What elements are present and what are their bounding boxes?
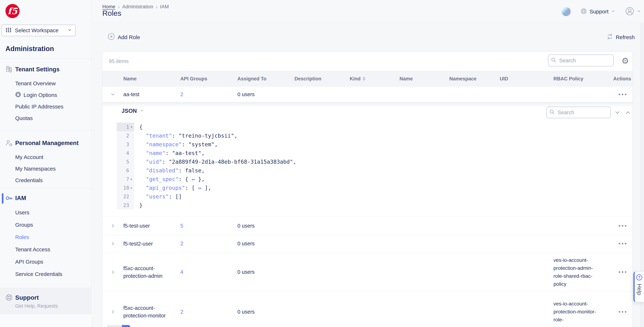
api-groups-count-link[interactable]: 4 xyxy=(180,269,183,275)
sidebar-item-tenant-overview[interactable]: Tenant Overview xyxy=(0,78,91,89)
chevron-down-icon xyxy=(637,9,641,14)
expand-row-icon[interactable] xyxy=(110,309,116,314)
row-actions-button[interactable] xyxy=(618,309,627,314)
sidebar-item-api-groups[interactable]: API Groups xyxy=(0,256,91,268)
gear-icon[interactable]: ⚙ xyxy=(619,54,631,68)
assigned-to: 0 users xyxy=(238,309,255,315)
column-header-uid[interactable]: UID xyxy=(500,76,554,82)
refresh-label: Refresh xyxy=(616,34,635,40)
api-groups-count-link[interactable]: 2 xyxy=(180,309,183,315)
sidebar-item-users[interactable]: Users xyxy=(0,206,91,219)
assigned-to: 0 users xyxy=(238,241,255,246)
refresh-icon xyxy=(606,33,613,41)
column-header-description[interactable]: Description xyxy=(294,76,350,82)
json-line: 22 "users": [] xyxy=(102,192,632,201)
column-header-label: RBAC Policy xyxy=(554,76,583,82)
workspace-selector[interactable]: Select Workspace xyxy=(2,24,76,36)
api-groups-count-link[interactable]: 2 xyxy=(180,241,183,246)
json-mode-dropdown[interactable]: JSON xyxy=(122,108,144,114)
account-menu[interactable] xyxy=(625,7,641,16)
column-header-name-2[interactable]: Name xyxy=(400,76,449,82)
fold-closed-icon[interactable]: ▸ xyxy=(129,186,134,190)
user-gear-icon xyxy=(5,139,13,147)
sidebar-section-iam[interactable]: IAM xyxy=(0,194,91,202)
sidebar-item-label: Login Options xyxy=(24,92,57,98)
fold-open-icon[interactable]: ▾ xyxy=(129,125,134,129)
sidebar-item-support[interactable]: Support Get Help, Requests xyxy=(0,288,91,314)
json-code-text: "get_spec": { ↔ }, xyxy=(139,176,205,182)
line-number: 6 xyxy=(126,168,129,173)
assigned-to: 0 users xyxy=(238,269,255,275)
column-header-name[interactable]: Name xyxy=(123,76,180,82)
next-match-button[interactable] xyxy=(614,109,621,116)
json-line: 2 "tenant": "treino-tyjcbsii", xyxy=(102,131,632,140)
table-search xyxy=(548,54,614,66)
column-header-rbac-policy[interactable]: RBAC Policy xyxy=(554,76,613,82)
column-header-namespace[interactable]: Namespace xyxy=(449,76,500,82)
sidebar-section: IAMUsersGroupsRolesTenant AccessAPI Grou… xyxy=(0,189,91,288)
column-header-api-groups[interactable]: API Groups xyxy=(180,76,238,82)
sort-icon[interactable] xyxy=(363,77,365,81)
role-name: f5-test-user xyxy=(123,222,150,230)
sidebar-item-public-ip-addresses[interactable]: Public IP Addresses xyxy=(0,101,91,112)
json-search-input[interactable] xyxy=(557,109,608,116)
breadcrumb-item-iam: IAM xyxy=(160,4,169,10)
json-line: 18▸ "api_groups": [ ↔ ], xyxy=(102,184,632,192)
api-groups-count-link[interactable]: 2 xyxy=(180,92,183,97)
breadcrumb-separator-icon: › xyxy=(118,4,120,10)
sidebar-heading: Administration xyxy=(6,45,54,53)
row-actions-button[interactable] xyxy=(618,241,627,246)
breadcrumb-separator-icon: › xyxy=(156,4,158,10)
sidebar-section-personal-management[interactable]: Personal Management xyxy=(0,139,91,147)
column-header-label: Name xyxy=(123,76,137,82)
scrollbar-thumb[interactable] xyxy=(122,325,130,327)
sidebar-item-roles[interactable]: Roles xyxy=(0,231,91,243)
column-header-actions[interactable]: Actions xyxy=(613,76,632,82)
sidebar-item-service-credentials[interactable]: Service Credentials xyxy=(0,268,91,280)
fold-closed-icon[interactable]: ▸ xyxy=(129,177,134,181)
search-icon xyxy=(551,57,557,64)
help-tab-button[interactable]: ? Help xyxy=(634,272,644,302)
row-actions-button[interactable] xyxy=(618,223,627,228)
f5-console-app: f5 Select Workspace Administration Tenan… xyxy=(0,0,644,327)
line-number: 5 xyxy=(126,159,129,164)
support-menu[interactable]: Support xyxy=(580,8,616,15)
column-header-kind[interactable]: Kind xyxy=(350,76,400,82)
json-code-text: { xyxy=(139,124,142,130)
sidebar-item-groups[interactable]: Groups xyxy=(0,219,91,231)
chevron-down-icon xyxy=(140,108,144,114)
items-count: 95 items xyxy=(109,52,129,71)
expand-row-icon[interactable] xyxy=(110,223,116,228)
sidebar-item-quotas[interactable]: Quotas xyxy=(0,112,91,124)
assistant-sphere-button[interactable] xyxy=(562,7,571,16)
refresh-button[interactable]: Refresh xyxy=(606,23,635,52)
sidebar-item-my-namespaces[interactable]: My Namespaces xyxy=(0,163,91,174)
sidebar-item-tenant-access[interactable]: Tenant Access xyxy=(0,243,91,256)
lock-icon xyxy=(15,92,21,99)
sidebar-item-my-account[interactable]: My Account xyxy=(0,151,91,163)
search-icon xyxy=(549,109,555,116)
bottom-partial-scrollbar[interactable] xyxy=(107,325,130,327)
collapse-row-icon[interactable] xyxy=(110,92,116,97)
json-code-text: "users": [] xyxy=(139,194,182,200)
api-groups-count-link[interactable]: 5 xyxy=(180,223,183,229)
row-actions-button[interactable] xyxy=(618,92,627,97)
column-header-assigned-to[interactable]: Assigned To xyxy=(238,76,294,82)
sidebar-section-tenant-settings[interactable]: Tenant Settings xyxy=(0,65,91,73)
lifebuoy-icon xyxy=(580,8,587,15)
row-actions-button[interactable] xyxy=(618,270,627,275)
json-mode-label: JSON xyxy=(122,108,137,114)
expand-row-icon[interactable] xyxy=(110,270,116,275)
table-search-input[interactable] xyxy=(559,58,611,64)
add-role-button[interactable]: Add Role xyxy=(108,23,140,52)
sidebar-footer xyxy=(0,314,91,327)
avatar-icon xyxy=(625,7,634,16)
breadcrumb-item-home[interactable]: Home xyxy=(102,4,115,10)
support-subtitle: Get Help, Requests xyxy=(0,303,91,309)
expand-row-icon[interactable] xyxy=(110,241,116,246)
line-number: 2 xyxy=(126,133,129,138)
sidebar-item-login-options[interactable]: Login Options xyxy=(0,89,91,101)
previous-match-button[interactable] xyxy=(624,109,632,116)
sidebar-item-credentials[interactable]: Credentials xyxy=(0,174,91,186)
help-tab-label: Help xyxy=(636,284,642,295)
